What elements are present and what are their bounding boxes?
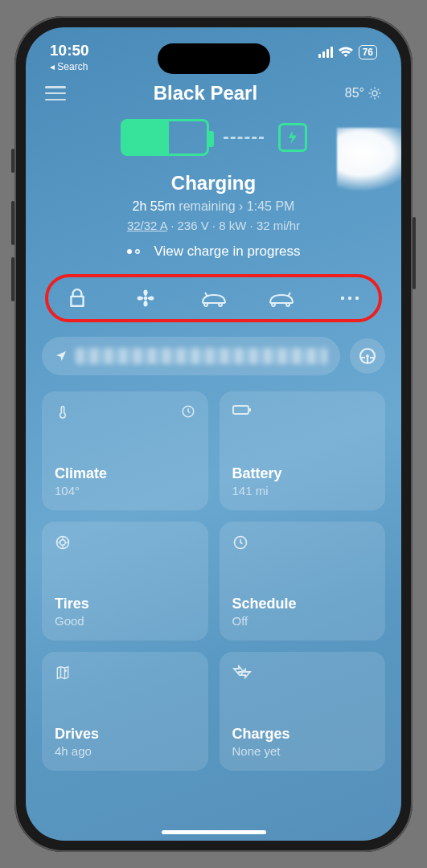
drives-card[interactable]: Drives4h ago <box>42 652 208 771</box>
thermometer-icon <box>55 404 71 420</box>
card-label: Schedule <box>232 596 373 612</box>
card-label: Tires <box>55 596 195 612</box>
location-arrow-icon <box>55 350 68 362</box>
trunk-button[interactable] <box>267 284 296 313</box>
cellular-icon <box>318 47 333 58</box>
svg-rect-18 <box>233 406 248 414</box>
svg-point-12 <box>341 297 344 300</box>
svg-point-13 <box>348 297 351 300</box>
quick-actions-row <box>45 274 382 322</box>
svg-point-27 <box>64 669 67 672</box>
back-to-search[interactable]: ◂ Search <box>50 61 88 72</box>
pager-dots-icon <box>126 248 144 255</box>
side-button <box>11 149 14 173</box>
charger-icon <box>278 123 307 152</box>
time-remaining: 2h 55m <box>133 199 175 213</box>
lock-button[interactable] <box>63 284 92 313</box>
weather-temp: 85° <box>345 86 364 100</box>
amperage[interactable]: 32/32 A <box>127 219 167 232</box>
volume-down-button <box>11 257 14 301</box>
svg-line-8 <box>371 96 372 98</box>
charge-cable-icon <box>224 137 264 139</box>
charges-card[interactable]: ChargesNone yet <box>220 652 386 771</box>
home-indicator[interactable] <box>162 830 266 834</box>
wifi-icon <box>338 47 354 58</box>
svg-line-7 <box>378 89 380 91</box>
svg-point-10 <box>136 250 139 253</box>
volume-up-button <box>11 201 14 245</box>
view-charge-progress[interactable]: View charge in progress <box>26 244 401 260</box>
schedule-card[interactable]: ScheduleOff <box>220 522 386 641</box>
svg-rect-19 <box>249 408 251 411</box>
screen: 10:50 ◂ Search 76 Black Pearl 85° <box>26 27 401 841</box>
climate-fan-button[interactable] <box>131 284 160 313</box>
battery-icon <box>232 404 252 416</box>
dynamic-island <box>158 43 270 74</box>
map-pin-icon <box>55 665 71 681</box>
tire-icon <box>55 534 71 551</box>
card-value: 4h ago <box>55 744 195 758</box>
view-progress-label: View charge in progress <box>154 244 300 260</box>
svg-point-21 <box>60 540 66 546</box>
svg-point-16 <box>366 354 369 358</box>
dashboard-grid: Climate104° Battery141 mi TiresGood Sche… <box>42 391 385 771</box>
card-value: 141 mi <box>232 484 373 497</box>
svg-point-0 <box>372 91 377 96</box>
location-row <box>42 337 385 375</box>
card-value: Good <box>55 614 195 628</box>
power: 8 kW <box>219 219 246 232</box>
clock-icon <box>232 534 248 551</box>
location-search[interactable] <box>42 337 340 375</box>
clock: 10:50 <box>50 42 89 59</box>
svg-point-11 <box>143 297 147 301</box>
vehicle-name: Black Pearl <box>154 82 257 104</box>
charge-rate: 32 mi/hr <box>257 219 300 232</box>
driving-mode-button[interactable] <box>350 338 385 374</box>
card-value: None yet <box>232 744 373 758</box>
voltage: 236 V <box>177 219 208 232</box>
climate-card[interactable]: Climate104° <box>42 391 208 510</box>
sun-icon <box>367 86 382 100</box>
svg-line-5 <box>371 89 372 91</box>
weather-widget[interactable]: 85° <box>345 86 382 100</box>
battery-percent: 76 <box>359 45 377 59</box>
battery-level-icon <box>121 119 209 156</box>
battery-card[interactable]: Battery141 mi <box>220 391 386 510</box>
app-header: Black Pearl 85° <box>26 68 401 111</box>
more-actions-button[interactable] <box>335 284 364 313</box>
svg-point-9 <box>127 249 132 254</box>
card-label: Battery <box>232 465 373 482</box>
location-text-redacted <box>76 348 327 364</box>
svg-point-14 <box>355 297 359 300</box>
card-label: Charges <box>232 726 373 743</box>
charging-bolt-icon <box>232 665 252 679</box>
eta-time: 1:45 PM <box>247 199 295 213</box>
clock-icon <box>181 404 195 420</box>
frunk-button[interactable] <box>199 284 228 313</box>
card-label: Drives <box>55 726 195 743</box>
card-value: Off <box>232 614 373 628</box>
phone-frame: 10:50 ◂ Search 76 Black Pearl 85° <box>14 16 413 852</box>
power-button <box>413 217 416 289</box>
tires-card[interactable]: TiresGood <box>42 522 208 641</box>
cloud-graphic <box>337 128 401 192</box>
card-value: 104° <box>55 484 195 497</box>
charging-stats-row: 32/32 A · 236 V · 8 kW · 32 mi/hr <box>26 219 401 232</box>
battery-status-icon: 76 <box>359 45 377 59</box>
menu-button[interactable] <box>45 86 66 100</box>
card-label: Climate <box>55 465 195 482</box>
svg-line-6 <box>378 96 380 98</box>
charging-eta-row: 2h 55m remaining › 1:45 PM <box>26 199 401 214</box>
